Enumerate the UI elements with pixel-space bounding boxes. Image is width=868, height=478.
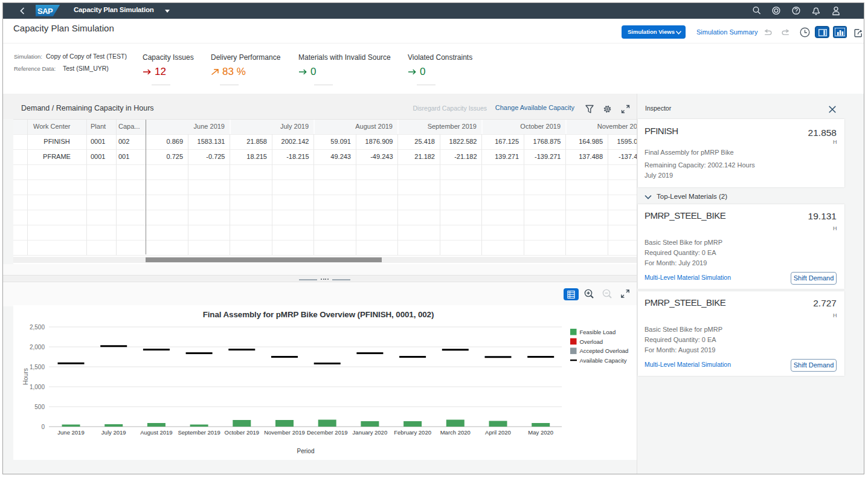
svg-text:December 2019: December 2019 bbox=[307, 429, 348, 436]
svg-text:Final Assembly for pMRP Bike O: Final Assembly for pMRP Bike Overview (P… bbox=[203, 310, 434, 319]
svg-text:Period: Period bbox=[297, 448, 315, 454]
svg-text:August 2019: August 2019 bbox=[140, 429, 172, 436]
svg-text:February 2020: February 2020 bbox=[394, 429, 431, 436]
svg-text:October 2019: October 2019 bbox=[225, 429, 260, 436]
svg-text:Accepted Overload: Accepted Overload bbox=[580, 347, 629, 354]
svg-text:March 2020: March 2020 bbox=[440, 429, 471, 436]
svg-text:Available Capacity: Available Capacity bbox=[580, 357, 627, 364]
svg-text:May 2020: May 2020 bbox=[528, 429, 553, 436]
svg-text:January 2020: January 2020 bbox=[353, 429, 388, 436]
svg-text:1,500: 1,500 bbox=[30, 364, 45, 370]
svg-text:September 2019: September 2019 bbox=[178, 429, 220, 436]
svg-text:November 2019: November 2019 bbox=[264, 429, 305, 436]
svg-text:0: 0 bbox=[41, 424, 45, 430]
svg-text:April 2020: April 2020 bbox=[485, 429, 511, 436]
svg-text:2,500: 2,500 bbox=[30, 324, 45, 331]
svg-text:Hours: Hours bbox=[22, 368, 29, 385]
svg-text:SAP: SAP bbox=[37, 7, 53, 16]
svg-text:2,000: 2,000 bbox=[30, 344, 45, 350]
svg-text:June 2019: June 2019 bbox=[57, 429, 84, 436]
svg-text:Feasible Load: Feasible Load bbox=[580, 329, 616, 335]
svg-text:1,000: 1,000 bbox=[30, 384, 45, 390]
svg-text:July 2019: July 2019 bbox=[101, 429, 126, 436]
svg-text:Overload: Overload bbox=[580, 338, 603, 345]
svg-text:500: 500 bbox=[34, 404, 45, 410]
